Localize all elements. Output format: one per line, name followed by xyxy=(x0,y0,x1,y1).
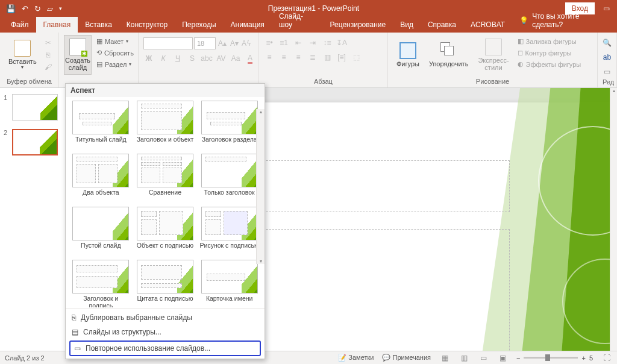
tab-slideshow[interactable]: Слайд-шоу xyxy=(272,8,323,33)
redo-icon[interactable]: ↻ xyxy=(34,4,41,13)
vertical-scrollbar[interactable]: ▴ xyxy=(610,88,617,351)
zoom-out-icon[interactable]: − xyxy=(516,354,520,362)
tab-file[interactable]: Файл xyxy=(4,17,36,33)
select-icon[interactable]: ▭ xyxy=(602,66,613,77)
notes-button[interactable]: 📝 Заметки xyxy=(338,354,374,362)
find-icon[interactable]: 🔍 xyxy=(602,37,613,48)
indent-inc-icon[interactable]: ⇥ xyxy=(307,37,318,48)
arrange-button[interactable]: Упорядочить xyxy=(425,35,472,75)
quick-styles-button[interactable]: Экспресс- стили xyxy=(474,35,512,75)
tab-help[interactable]: Справка xyxy=(421,17,463,33)
case-icon[interactable]: Aa xyxy=(230,53,241,64)
text-direction-icon[interactable]: ↧A xyxy=(336,37,347,48)
layout-section-header[interactable]: Заголовок раздела xyxy=(199,101,260,151)
align-center-icon[interactable]: ≡ xyxy=(278,52,289,63)
new-slide-button[interactable]: ✱ Создать слайд xyxy=(64,35,92,75)
align-right-icon[interactable]: ≡ xyxy=(293,52,304,63)
shadow-icon[interactable]: S xyxy=(187,53,198,64)
thumbnail-1[interactable]: 1 xyxy=(4,94,62,121)
thumbnail-2[interactable]: 2 xyxy=(4,129,62,155)
zoom-in-icon[interactable]: + xyxy=(581,354,585,362)
format-painter-icon[interactable]: 🖌 xyxy=(43,61,54,72)
shape-effects-button[interactable]: ◐Эффекты фигуры xyxy=(515,59,584,69)
shape-outline-button[interactable]: ◻Контур фигуры xyxy=(515,48,584,58)
fit-window-icon[interactable]: ⛶ xyxy=(601,353,612,363)
tab-design[interactable]: Конструктор xyxy=(119,17,175,33)
quick-access-toolbar: 💾 ↶ ↻ ▱ ▾ xyxy=(4,4,62,13)
zoom-slider[interactable] xyxy=(524,357,578,359)
tab-acrobat[interactable]: ACROBAT xyxy=(463,17,512,33)
layout-title-caption[interactable]: Заголовок и подпись xyxy=(70,260,131,307)
save-icon[interactable]: 💾 xyxy=(6,4,16,13)
replace-icon[interactable]: ab xyxy=(602,52,613,63)
thumb-preview xyxy=(12,129,58,155)
layout-button[interactable]: ▦Макет▾ xyxy=(94,36,136,46)
decrease-font-icon[interactable]: A▾ xyxy=(229,38,240,49)
comments-button[interactable]: 💬 Примечания xyxy=(382,354,431,362)
layout-content-caption[interactable]: Объект с подписью xyxy=(135,207,196,257)
slideshow-view-icon[interactable]: ▣ xyxy=(497,353,508,363)
layout-label: Сравнение xyxy=(149,187,181,204)
font-family-input[interactable] xyxy=(143,37,193,49)
indent-dec-icon[interactable]: ⇤ xyxy=(293,37,304,48)
duplicate-slides-cmd[interactable]: ⎘Дублировать выбранные слайды xyxy=(66,310,265,325)
font-color-icon[interactable]: A xyxy=(245,53,255,64)
underline-icon[interactable]: Ч xyxy=(172,53,183,64)
slides-from-outline-cmd[interactable]: ▤Слайды из структуры... xyxy=(66,325,265,339)
duplicate-icon: ⎘ xyxy=(72,313,76,322)
sorter-view-icon[interactable]: ▥ xyxy=(459,353,469,363)
copy-icon[interactable]: ⎘ xyxy=(43,49,54,60)
italic-icon[interactable]: К xyxy=(158,53,169,64)
line-spacing-icon[interactable]: ↕≡ xyxy=(322,37,333,48)
layout-comparison[interactable]: Сравнение xyxy=(135,154,196,204)
spacing-icon[interactable]: AV xyxy=(216,53,227,64)
reuse-slides-cmd[interactable]: ▭Повторное использование слайдов... xyxy=(69,340,261,356)
tab-transitions[interactable]: Переходы xyxy=(175,17,223,33)
slide-indicator[interactable]: Слайд 2 из 2 xyxy=(5,354,45,362)
bullets-icon[interactable]: ≡• xyxy=(264,37,275,48)
font-size-input[interactable] xyxy=(194,37,216,49)
layout-title-slide[interactable]: Титульный слайд xyxy=(70,101,131,151)
section-button[interactable]: ▤Раздел▾ xyxy=(94,59,136,69)
zoom-value[interactable]: 5 xyxy=(589,354,593,362)
paste-button[interactable]: Вставить ▾ xyxy=(5,35,40,75)
section-icon: ▤ xyxy=(96,60,102,68)
justify-icon[interactable]: ≣ xyxy=(307,52,318,63)
smartart-icon[interactable]: ⬚ xyxy=(351,52,362,63)
layout-two-content[interactable]: Два объекта xyxy=(70,154,131,204)
layout-blank[interactable]: Пустой слайд xyxy=(70,207,131,257)
layout-picture-caption[interactable]: Рисунок с подписью xyxy=(199,207,260,257)
tab-view[interactable]: Вид xyxy=(393,17,421,33)
layout-name-card[interactable]: Карточка имени xyxy=(199,260,260,307)
tell-me[interactable]: 💡Что вы хотите сделать? xyxy=(512,8,617,33)
layout-title-only[interactable]: Только заголовок xyxy=(199,154,260,204)
clear-format-icon[interactable]: Aϟ xyxy=(241,38,252,49)
shape-fill-button[interactable]: ◧Заливка фигуры xyxy=(515,36,584,46)
tab-home[interactable]: Главная xyxy=(36,17,78,33)
normal-view-icon[interactable]: ▦ xyxy=(439,353,450,363)
align-text-icon[interactable]: [≡] xyxy=(336,52,347,63)
tab-insert[interactable]: Вставка xyxy=(78,17,119,33)
shapes-button[interactable]: Фигуры xyxy=(393,35,423,75)
bold-icon[interactable]: Ж xyxy=(143,53,154,64)
layout-quote-caption[interactable]: Цитата с подписью xyxy=(135,260,196,307)
tab-animations[interactable]: Анимация xyxy=(224,17,272,33)
columns-icon[interactable]: ▥ xyxy=(322,52,333,63)
cut-icon[interactable]: ✂ xyxy=(43,37,54,48)
reset-button[interactable]: ⟲Сбросить xyxy=(94,48,136,58)
undo-icon[interactable]: ↶ xyxy=(22,4,28,13)
layout-label: Макет xyxy=(105,38,124,45)
numbering-icon[interactable]: ≡1 xyxy=(278,37,289,48)
layout-title-content[interactable]: Заголовок и объект xyxy=(135,101,196,151)
qat-more-icon[interactable]: ▾ xyxy=(59,5,62,11)
layout-scrollbar[interactable]: ▴▾ xyxy=(256,109,265,264)
strike-icon[interactable]: abc xyxy=(201,53,212,64)
paragraph-group-label: Абзац xyxy=(264,77,383,86)
start-slideshow-icon[interactable]: ▱ xyxy=(47,4,53,13)
tab-review[interactable]: Рецензирование xyxy=(323,17,393,33)
align-left-icon[interactable]: ≡ xyxy=(264,52,275,63)
reading-view-icon[interactable]: ▭ xyxy=(478,353,489,363)
increase-font-icon[interactable]: A▴ xyxy=(217,38,228,49)
zoom-control[interactable]: − + 5 xyxy=(516,354,593,362)
clipboard-icon xyxy=(14,40,31,57)
